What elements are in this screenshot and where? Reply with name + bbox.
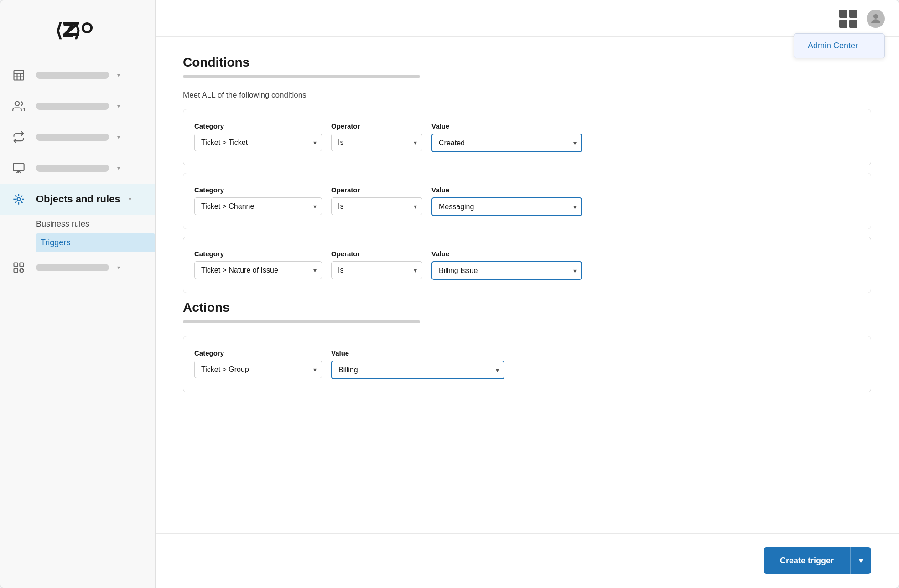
nav-placeholder-2 [36,103,109,110]
condition-fields-1: Category Ticket > Ticket Operator Is [194,122,860,152]
nav-placeholder-6 [36,264,109,271]
category-select-3[interactable]: Ticket > Nature of Issue [194,261,322,279]
sidebar-nav: ▾ ▾ [0,55,155,588]
category-label-3: Category [194,250,322,258]
svg-point-16 [873,14,878,19]
conditions-title: Conditions [183,55,871,70]
value-label-3: Value [431,250,582,258]
sidebar-item-objects-rules[interactable]: Objects and rules ▾ [0,184,155,215]
category-group-2: Category Ticket > Channel [194,186,322,215]
operator-group-1: Operator Is [331,122,422,151]
admin-center-dropdown: Admin Center [794,33,885,58]
action-category-select-wrapper: Ticket > Group [194,361,322,378]
value-select-wrapper-3: Billing Issue [431,261,582,280]
apps-icon [10,258,28,277]
chevron-icon-6: ▾ [117,264,120,271]
grid-icon[interactable] [839,10,857,28]
nav-placeholder-4 [36,165,109,172]
svg-rect-12 [14,263,18,267]
category-label-1: Category [194,122,322,130]
sidebar-item-6[interactable]: ▾ [0,252,155,283]
svg-point-8 [15,102,19,106]
value-select-1[interactable]: Created [431,134,582,152]
svg-rect-9 [13,164,24,171]
chevron-icon-5: ▾ [129,196,131,202]
operator-select-3[interactable]: Is [331,261,422,279]
value-group-3: Value Billing Issue [431,250,582,280]
operator-group-2: Operator Is [331,186,422,215]
condition-row-2: Category Ticket > Channel Operator Is [183,173,871,229]
logo-area: ⟨Z⟩ [0,0,155,55]
subnav-objects-rules: Business rules Triggers [0,215,155,252]
objects-rules-icon [10,190,28,208]
sidebar-item-3[interactable]: ▾ [0,122,155,153]
value-group-1: Value Created [431,122,582,152]
sidebar-item-4[interactable]: ▾ [0,153,155,184]
action-value-group: Value Billing [331,349,504,379]
operator-select-wrapper-3: Is [331,261,422,279]
action-category-group: Category Ticket > Group [194,349,322,378]
nav-placeholder-3 [36,134,109,141]
value-label-2: Value [431,186,582,194]
action-category-label: Category [194,349,322,357]
building-icon [10,66,28,84]
action-value-select-wrapper: Billing [331,361,504,379]
actions-section: Actions Category Ticket > Group Value [183,300,871,392]
top-bar: Admin Center [156,0,899,37]
actions-title: Actions [183,300,871,315]
footer: Create trigger ▾ [156,533,899,588]
admin-center-link[interactable]: Admin Center [808,41,858,50]
value-select-2[interactable]: Messaging [431,197,582,216]
sidebar-item-2[interactable]: ▾ [0,91,155,122]
grid-sq-3 [839,20,847,28]
workspace-icon [10,159,28,177]
category-select-2[interactable]: Ticket > Channel [194,197,322,215]
operator-select-1[interactable]: Is [331,134,422,151]
category-label-2: Category [194,186,322,194]
operator-select-2[interactable]: Is [331,197,422,215]
condition-row-3: Category Ticket > Nature of Issue Operat… [183,237,871,293]
top-bar-icons [839,10,885,28]
svg-point-11 [17,198,21,201]
value-select-3[interactable]: Billing Issue [431,261,582,280]
category-select-wrapper-3: Ticket > Nature of Issue [194,261,322,279]
people-icon [10,97,28,115]
conditions-section: Conditions Meet ALL of the following con… [183,55,871,293]
create-trigger-button[interactable]: Create trigger [764,547,850,574]
category-select-wrapper-2: Ticket > Channel [194,197,322,215]
grid-sq-2 [849,10,857,18]
svg-rect-13 [20,263,23,267]
action-value-select[interactable]: Billing [331,361,504,379]
operator-select-wrapper-2: Is [331,197,422,215]
value-group-2: Value Messaging [431,186,582,216]
svg-point-2 [84,25,90,31]
objects-rules-label: Objects and rules [36,193,120,205]
condition-row-1: Category Ticket > Ticket Operator Is [183,109,871,165]
actions-bar [183,320,420,323]
chevron-icon-3: ▾ [117,134,120,140]
grid-sq-4 [849,20,857,28]
channels-icon [10,128,28,146]
content-area: Conditions Meet ALL of the following con… [156,37,899,533]
chevron-icon-4: ▾ [117,165,120,171]
subnav-business-rules: Business rules [36,215,155,233]
action-category-select[interactable]: Ticket > Group [194,361,322,378]
user-avatar[interactable] [867,10,885,28]
operator-label-1: Operator [331,122,422,130]
sidebar-item-1[interactable]: ▾ [0,60,155,91]
conditions-bar [183,75,420,78]
category-group-1: Category Ticket > Ticket [194,122,322,151]
operator-select-wrapper-1: Is [331,134,422,151]
create-trigger-dropdown-button[interactable]: ▾ [850,547,871,574]
chevron-icon-1: ▾ [117,72,120,78]
condition-fields-2: Category Ticket > Channel Operator Is [194,186,860,216]
category-group-3: Category Ticket > Nature of Issue [194,250,322,279]
zendesk-logo: ⟨Z⟩ [51,16,105,44]
subnav-triggers[interactable]: Triggers [36,233,155,252]
grid-sq-1 [839,10,847,18]
category-select-1[interactable]: Ticket > Ticket [194,134,322,151]
value-select-wrapper-2: Messaging [431,197,582,216]
sidebar: ⟨Z⟩ ▾ [0,0,156,588]
svg-rect-14 [14,268,18,272]
dropdown-arrow-icon: ▾ [859,556,863,565]
